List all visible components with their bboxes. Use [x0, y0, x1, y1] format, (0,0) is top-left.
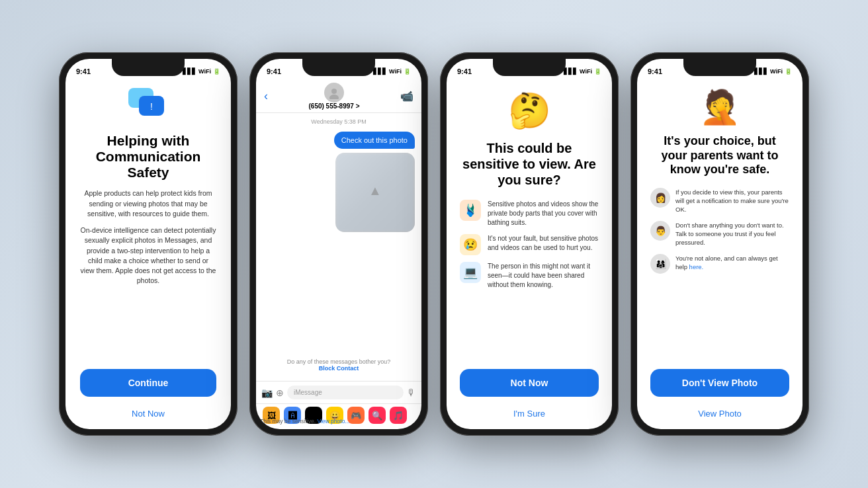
phone1-body2: On-device intelligence can detect potent…: [80, 225, 216, 369]
wifi-icon-1: WiFi: [198, 68, 211, 75]
dont-view-button[interactable]: Don't View Photo: [650, 369, 789, 397]
camera-icon[interactable]: 📷: [261, 387, 273, 398]
phones-container: 9:41 ▋▋▋ WiFi 🔋 ! Helping with Communica…: [59, 52, 809, 436]
status-time-4: 9:41: [648, 67, 662, 75]
wifi-icon-3: WiFi: [580, 68, 592, 75]
warning-icon-2: 😢: [460, 234, 481, 255]
status-icons-3: ▋▋▋ WiFi 🔋: [564, 68, 601, 75]
parent-text-2: Don't share anything you don't want to. …: [675, 221, 789, 247]
phone2-content: ‹ (650) 555-8997 > 📹 Wednesday 5:38 PM C…: [256, 80, 421, 429]
notch-1: [112, 59, 185, 76]
warning-text-2: It's not your fault, but sensitive photo…: [488, 234, 599, 253]
block-contact-section: Do any of these messages bother you? Blo…: [263, 354, 415, 376]
warning-item-1: 🩱 Sensitive photos and videos show the p…: [460, 200, 599, 227]
phone3-btn-section: Not Now I'm Sure: [460, 369, 599, 419]
parent-item-2: 👨 Don't share anything you don't want to…: [650, 221, 789, 247]
messages-body: Wednesday 5:38 PM Check out this photo ▲…: [256, 113, 421, 381]
notch-2: [302, 59, 375, 76]
messages-header: ‹ (650) 555-8997 > 📹: [256, 80, 421, 113]
phone-2-screen: 9:41 ▋▋▋ WiFi 🔋 ‹ (650) 555-8997 >: [256, 59, 421, 429]
svg-text:!: !: [150, 101, 153, 112]
parent-icon-1: 👩: [650, 188, 670, 208]
notch-3: [493, 59, 566, 76]
continue-button[interactable]: Continue: [80, 369, 216, 397]
phone4-title: It's your choice, but your parents want …: [650, 134, 789, 177]
wifi-icon-4: WiFi: [770, 68, 783, 75]
phone1-title: Helping with Communication Safety: [80, 133, 216, 181]
battery-icon-3: 🔋: [594, 68, 601, 75]
phone3-content: 🤔 This could be sensitive to view. Are y…: [447, 80, 612, 429]
status-icons-4: ▋▋▋ WiFi 🔋: [754, 68, 792, 75]
msg-image: ▲: [335, 153, 415, 232]
msg-timestamp: Wednesday 5:38 PM: [263, 118, 415, 125]
phone4-btn-section: Don't View Photo View Photo: [650, 369, 789, 419]
status-time-2: 9:41: [267, 67, 281, 75]
not-now-button-1[interactable]: Not Now: [132, 409, 165, 419]
messages-input-bar: 📷 ⊕ iMessage 🎙: [256, 381, 421, 403]
messages-apps-bar: 🖼 🅰 Pay 😀 🎮 🔍 🎵: [256, 403, 421, 429]
signal-icon-2: ▋▋▋: [373, 68, 387, 75]
svg-point-4: [329, 95, 339, 99]
phone1-btn-section: Continue Not Now: [80, 369, 216, 419]
battery-icon-4: 🔋: [785, 68, 792, 75]
status-time-1: 9:41: [76, 67, 91, 75]
notch-4: [683, 59, 756, 76]
messages-contact: (650) 555-8997 >: [308, 83, 359, 110]
warning-icon-3: 💻: [460, 262, 481, 283]
phone-2: 9:41 ▋▋▋ WiFi 🔋 ‹ (650) 555-8997 >: [249, 52, 428, 436]
phone-4: 9:41 ▋▋▋ WiFi 🔋 🤦 It's your choice, but …: [630, 52, 809, 436]
parent-item-3: 👨‍👩‍👧 You're not alone, and can always g…: [650, 254, 789, 274]
im-sure-button[interactable]: I'm Sure: [513, 409, 545, 419]
phone1-content: ! Helping with Communication Safety Appl…: [65, 80, 231, 429]
phone-1: 9:41 ▋▋▋ WiFi 🔋 ! Helping with Communica…: [59, 52, 238, 436]
status-time-3: 9:41: [457, 67, 472, 75]
video-call-icon[interactable]: 📹: [400, 90, 413, 102]
imessage-input[interactable]: iMessage: [287, 386, 404, 399]
warning-item-3: 💻 The person in this might not want it s…: [460, 262, 599, 290]
view-photo-button[interactable]: View Photo: [698, 409, 742, 419]
svg-point-3: [331, 89, 337, 94]
signal-icon-3: ▋▋▋: [564, 68, 578, 75]
signal-icon-1: ▋▋▋: [183, 68, 196, 75]
phone-4-screen: 9:41 ▋▋▋ WiFi 🔋 🤦 It's your choice, but …: [637, 59, 803, 429]
block-text: Do any of these messages bother you?: [287, 358, 391, 365]
battery-icon-1: 🔋: [213, 68, 220, 75]
contact-avatar: [324, 83, 344, 102]
thinking-emoji: 🤔: [508, 91, 551, 131]
signal-icon-4: ▋▋▋: [754, 68, 768, 75]
person-emoji: 🤦: [699, 88, 740, 126]
phone-1-screen: 9:41 ▋▋▋ WiFi 🔋 ! Helping with Communica…: [65, 59, 231, 429]
warning-text-1: Sensitive photos and videos show the pri…: [488, 200, 599, 227]
parent-icon-2: 👨: [650, 221, 670, 241]
parent-icon-3: 👨‍👩‍👧: [650, 254, 670, 274]
not-now-button-3[interactable]: Not Now: [460, 369, 599, 397]
phone1-body1: Apple products can help protect kids fro…: [80, 188, 216, 219]
phone3-title: This could be sensitive to view. Are you…: [460, 140, 599, 188]
warning-items: 🩱 Sensitive photos and videos show the p…: [460, 200, 599, 360]
back-button[interactable]: ‹: [264, 89, 268, 103]
apps-icon[interactable]: ⊕: [276, 387, 284, 398]
warning-triangle-icon: ▲: [369, 183, 382, 198]
phone-3-screen: 9:41 ▋▋▋ WiFi 🔋 🤔 This could be sensitiv…: [447, 59, 612, 429]
chat-bubble-icon: !: [127, 87, 169, 124]
voice-icon[interactable]: 🎙: [407, 387, 416, 398]
block-contact-link[interactable]: Block Contact: [319, 365, 359, 372]
parent-text-3: You're not alone, and can always get hel…: [675, 254, 789, 272]
warning-item-2: 😢 It's not your fault, but sensitive pho…: [460, 234, 599, 255]
battery-icon-2: 🔋: [404, 68, 411, 75]
warning-icon-1: 🩱: [460, 200, 481, 221]
status-icons-2: ▋▋▋ WiFi 🔋: [373, 68, 411, 75]
status-icons-1: ▋▋▋ WiFi 🔋: [183, 68, 220, 75]
phone-3: 9:41 ▋▋▋ WiFi 🔋 🤔 This could be sensitiv…: [440, 52, 619, 436]
wifi-icon-2: WiFi: [389, 68, 402, 75]
msg-bubble-sent: Check out this photo: [334, 132, 415, 149]
help-link[interactable]: here.: [689, 263, 704, 270]
warning-text-3: The person in this might not want it see…: [488, 262, 599, 290]
contact-name[interactable]: (650) 555-8997 >: [308, 102, 359, 110]
parent-item-1: 👩 If you decide to view this, your paren…: [650, 188, 789, 214]
parent-text-1: If you decide to view this, your parents…: [675, 188, 789, 214]
phone4-content: 🤦 It's your choice, but your parents wan…: [637, 80, 803, 429]
parent-items: 👩 If you decide to view this, your paren…: [650, 188, 789, 361]
